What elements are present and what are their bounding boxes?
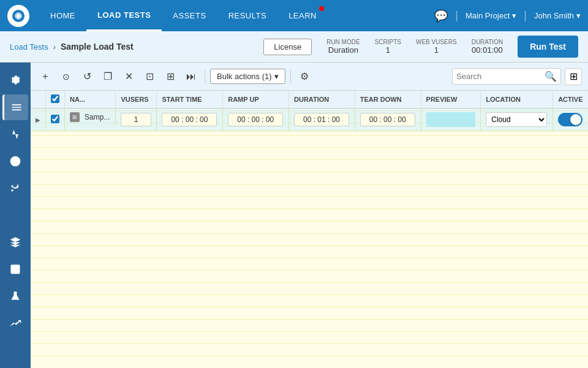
vusers-input[interactable] <box>121 113 151 126</box>
th-vusers: VUSERS <box>116 91 157 109</box>
run-mode-section: RUN MODE Duration SCRIPTS 1 WEB VUSERS 1… <box>326 39 503 55</box>
breadcrumb-bar: Load Tests › Sample Load Test License RU… <box>0 31 588 63</box>
run-mode-value: Duration <box>328 45 358 55</box>
content-area: + ⊙ ↺ ❐ ✕ ⊡ ⊞ ⏭ Bulk actions (1) ▾ ⚙ 🔍 ⊞ <box>31 63 588 368</box>
nav-results[interactable]: RESULTS <box>217 0 278 31</box>
run-test-button[interactable]: Run Test <box>518 36 578 58</box>
scripts-label: SCRIPTS <box>375 39 401 45</box>
breadcrumb-parent[interactable]: Load Tests <box>10 42 48 52</box>
toggle-thumb <box>570 114 581 125</box>
nav-divider-1: | <box>455 9 458 22</box>
chevron-down-icon: ▾ <box>512 11 516 20</box>
clone-button[interactable]: ⊞ <box>162 68 179 85</box>
row-location-cell: Cloud On-Premise <box>481 109 553 131</box>
th-name: NA... <box>65 91 116 109</box>
breadcrumb-separator: › <box>53 42 56 52</box>
table-header-row: NA... VUSERS START TIME RAMP UP DURATION… <box>31 91 588 109</box>
location-select[interactable]: Cloud On-Premise <box>486 112 547 127</box>
th-active: ACTIVE <box>553 91 588 109</box>
settings-icon[interactable]: ⚙ <box>296 68 313 85</box>
svg-rect-5 <box>11 265 20 274</box>
row-checkbox[interactable] <box>51 115 59 123</box>
nav-home[interactable]: HOME <box>39 0 86 31</box>
copy-button[interactable]: ❐ <box>99 68 116 85</box>
delete-button[interactable]: ✕ <box>120 68 137 85</box>
tear-down-input[interactable] <box>360 113 415 126</box>
expand-arrow[interactable]: ▶ <box>36 117 40 123</box>
search-box: 🔍 <box>452 68 561 85</box>
th-ramp-up: RAMP UP <box>223 91 289 109</box>
select-all-checkbox[interactable] <box>51 94 59 103</box>
sidebar-item-settings[interactable] <box>2 67 28 93</box>
svg-point-3 <box>11 185 13 187</box>
toolbar: + ⊙ ↺ ❐ ✕ ⊡ ⊞ ⏭ Bulk actions (1) ▾ ⚙ 🔍 ⊞ <box>31 63 588 91</box>
license-button[interactable]: License <box>263 39 312 55</box>
duration-group: DURATION 00:01:00 <box>472 39 503 55</box>
search-icon[interactable]: 🔍 <box>545 71 557 82</box>
nav-logo[interactable] <box>7 5 29 27</box>
preview-chart <box>426 112 475 127</box>
th-preview: PREVIEW <box>421 91 481 109</box>
run-mode-label: RUN MODE <box>326 39 360 45</box>
left-sidebar <box>0 63 31 368</box>
refresh-button[interactable]: ↺ <box>78 68 96 85</box>
nav-load-tests[interactable]: LOAD TESTS <box>86 0 162 31</box>
duration-input[interactable] <box>294 113 349 126</box>
add-button[interactable]: + <box>37 68 54 85</box>
duration-label: DURATION <box>472 39 503 45</box>
duplicate-button[interactable]: ⊡ <box>141 68 158 85</box>
table-row: ▶ ⊞ Samp... <box>31 109 588 131</box>
import-button[interactable]: ⊙ <box>58 68 75 85</box>
sidebar-item-activity[interactable] <box>2 121 28 147</box>
bulk-actions-button[interactable]: Bulk actions (1) ▾ <box>210 69 285 84</box>
nav-assets[interactable]: ASSETS <box>162 0 217 31</box>
search-input[interactable] <box>456 72 542 81</box>
nav-links: HOME LOAD TESTS ASSETS RESULTS LEARN <box>39 0 434 31</box>
skip-button[interactable]: ⏭ <box>183 68 200 85</box>
th-duration: DURATION <box>289 91 355 109</box>
row-start-time-cell <box>157 109 223 131</box>
th-start-time: START TIME <box>157 91 223 109</box>
duration-value: 00:01:00 <box>472 45 503 55</box>
sidebar-item-trending[interactable] <box>2 310 28 336</box>
nav-right: 💬 | Main Project ▾ | John Smith ▾ <box>434 9 581 23</box>
sidebar-item-flask[interactable] <box>2 283 28 309</box>
nav-learn[interactable]: LEARN <box>277 0 328 31</box>
th-location: LOCATION <box>481 91 553 109</box>
row-name-cell: ⊞ Samp... <box>65 109 116 126</box>
web-vusers-group: WEB VUSERS 1 <box>416 39 457 55</box>
sidebar-item-load-tests[interactable] <box>2 94 28 120</box>
sidebar-item-table[interactable] <box>2 256 28 282</box>
main-layout: + ⊙ ↺ ❐ ✕ ⊡ ⊞ ⏭ Bulk actions (1) ▾ ⚙ 🔍 ⊞ <box>0 63 588 368</box>
web-vusers-label: WEB VUSERS <box>416 39 457 45</box>
row-active-cell <box>553 109 588 131</box>
row-vusers-cell <box>116 109 157 131</box>
web-vusers-count: 1 <box>434 45 439 55</box>
scripts-count: 1 <box>386 45 390 55</box>
row-tear-down-cell <box>355 109 421 131</box>
sidebar-item-bar-chart[interactable] <box>2 202 28 228</box>
user-menu[interactable]: John Smith ▾ <box>534 11 581 20</box>
sidebar-item-globe[interactable] <box>2 148 28 174</box>
row-checkbox-cell <box>46 109 65 131</box>
row-preview-cell <box>421 109 481 131</box>
active-toggle[interactable] <box>558 113 582 126</box>
run-mode-group: RUN MODE Duration <box>326 39 360 55</box>
script-type-icon: ⊞ <box>70 112 80 122</box>
nav-divider-2: | <box>524 9 527 22</box>
sidebar-item-layers[interactable] <box>2 229 28 255</box>
toolbar-separator <box>205 70 205 83</box>
messages-icon[interactable]: 💬 <box>434 9 448 23</box>
breadcrumb-current: Sample Load Test <box>61 42 134 52</box>
project-selector[interactable]: Main Project ▾ <box>466 11 516 20</box>
load-tests-table: NA... VUSERS START TIME RAMP UP DURATION… <box>31 91 588 131</box>
row-ramp-up-cell <box>223 109 289 131</box>
svg-point-4 <box>11 190 13 191</box>
sidebar-item-split[interactable] <box>2 175 28 201</box>
scripts-group: SCRIPTS 1 <box>375 39 401 55</box>
start-time-input[interactable] <box>162 113 217 126</box>
ramp-up-input[interactable] <box>228 113 283 126</box>
view-toggle-button[interactable]: ⊞ <box>565 68 582 85</box>
top-nav: HOME LOAD TESTS ASSETS RESULTS LEARN 💬 |… <box>0 0 588 31</box>
chevron-down-icon: ▾ <box>576 11 581 20</box>
